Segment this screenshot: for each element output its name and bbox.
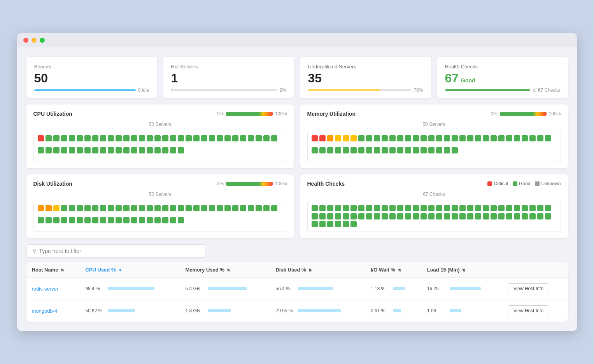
col-load-15[interactable]: Load 15 (Min) ⇅ [422, 262, 502, 278]
server-dot [209, 205, 215, 211]
server-dot [271, 205, 277, 211]
servers-idle: 0 idle [138, 87, 149, 93]
server-dot [522, 135, 528, 141]
disk-panel-title: Disk Utilization [33, 181, 72, 187]
server-dot [108, 135, 114, 141]
server-dot [139, 147, 145, 153]
check-dot [397, 205, 403, 211]
underutilized-label: Underutilized Servers [308, 64, 423, 70]
server-dot [162, 147, 168, 153]
host-link[interactable]: mongodb-4 [32, 308, 58, 314]
server-dot [186, 135, 192, 141]
server-dot [154, 217, 161, 223]
server-dot [162, 217, 168, 223]
server-dot [139, 217, 145, 223]
check-dot [452, 205, 458, 211]
server-dot [240, 135, 246, 141]
load-bar-wrap: 16.25 [427, 286, 497, 291]
table-row: mongodb-4 50.82 % 1.8 GB [26, 300, 568, 322]
server-dot [61, 147, 67, 153]
server-dot [61, 205, 67, 211]
actions-cell: View Host Info [502, 300, 568, 322]
server-dot [327, 147, 333, 153]
search-icon: ⚲ [32, 248, 36, 254]
io-value: 1.18 % [371, 286, 390, 291]
server-dot [38, 217, 44, 223]
server-dot [436, 147, 442, 153]
server-dot [358, 135, 364, 141]
check-dot [397, 213, 403, 219]
stats-row: Servers 50 0 idle Hot Servers 1 2% [26, 57, 568, 98]
col-host-name[interactable]: Host Name ⇅ [26, 262, 80, 278]
server-dot [116, 205, 122, 211]
host-link[interactable]: redis-server [32, 286, 59, 292]
check-dot [374, 205, 380, 211]
col-disk-used[interactable]: Disk Used % ⇅ [270, 262, 365, 278]
check-dot [319, 213, 326, 219]
server-dot [374, 147, 380, 153]
check-dot [475, 205, 481, 211]
view-host-info-button[interactable]: View Host Info [508, 305, 549, 316]
health-panel-title: Health Checks [307, 181, 345, 187]
server-dot [131, 147, 137, 153]
disk-bar [298, 309, 341, 312]
server-dot [116, 147, 122, 153]
cpu-scale-right: 100% [275, 111, 287, 117]
col-cpu-used[interactable]: CPU Used % ▼ [80, 262, 180, 278]
check-dot [366, 213, 372, 219]
health-checks-label: Health Checks [445, 64, 560, 70]
health-checks-grid [307, 201, 561, 232]
cpu-bar-wrap: 98.4 % [85, 286, 174, 291]
server-dot [467, 135, 473, 141]
legend-unknown-dot [535, 181, 540, 186]
col-memory-used[interactable]: Memory Used % ⇅ [180, 262, 270, 278]
server-dot [389, 135, 396, 141]
server-dot [514, 135, 520, 141]
servers-bar-fill [34, 89, 136, 91]
minimize-dot[interactable] [32, 38, 37, 43]
check-dot [467, 213, 473, 219]
server-dot [61, 217, 67, 223]
server-dot [116, 217, 122, 223]
check-dot [358, 213, 364, 219]
server-dot [139, 205, 145, 211]
view-host-info-button[interactable]: View Host Info [508, 283, 549, 294]
server-dot [475, 135, 481, 141]
check-dot [459, 213, 466, 219]
cpu-server-grid [33, 131, 287, 162]
col-io-wait[interactable]: I/O Wait % ⇅ [365, 262, 422, 278]
server-dot [405, 147, 411, 153]
servers-value: 50 [34, 72, 149, 84]
server-dot [382, 135, 388, 141]
memory-cell: 6.4 GB [180, 278, 270, 300]
server-dot [335, 147, 341, 153]
server-dot [108, 147, 114, 153]
utilization-row: CPU Utilization 0% 100% 50 Servers [26, 104, 568, 168]
server-dot [46, 205, 52, 211]
server-dot [459, 135, 466, 141]
host-sort-icon: ⇅ [61, 268, 64, 272]
underutilized-pct: 70% [414, 87, 423, 93]
server-dot [193, 135, 200, 141]
check-dot [467, 205, 473, 211]
legend-unknown: Unknown [535, 181, 561, 186]
close-dot[interactable] [23, 38, 28, 43]
server-dot [483, 135, 489, 141]
maximize-dot[interactable] [40, 38, 45, 43]
server-dot [84, 147, 91, 153]
memory-bar-wrap: 6.4 GB [185, 286, 265, 291]
legend-critical: Critical [487, 181, 508, 186]
disk-bar [298, 287, 333, 290]
check-dot [444, 213, 450, 219]
check-dot [491, 205, 497, 211]
server-dot [69, 217, 75, 223]
server-dot [248, 135, 254, 141]
server-dot [38, 147, 44, 153]
server-dot [428, 135, 435, 141]
check-dot [327, 221, 333, 227]
server-dot [131, 135, 137, 141]
legend-good: Good [513, 181, 530, 186]
filter-input[interactable] [39, 248, 200, 254]
server-dot [69, 205, 75, 211]
server-dot [421, 135, 427, 141]
